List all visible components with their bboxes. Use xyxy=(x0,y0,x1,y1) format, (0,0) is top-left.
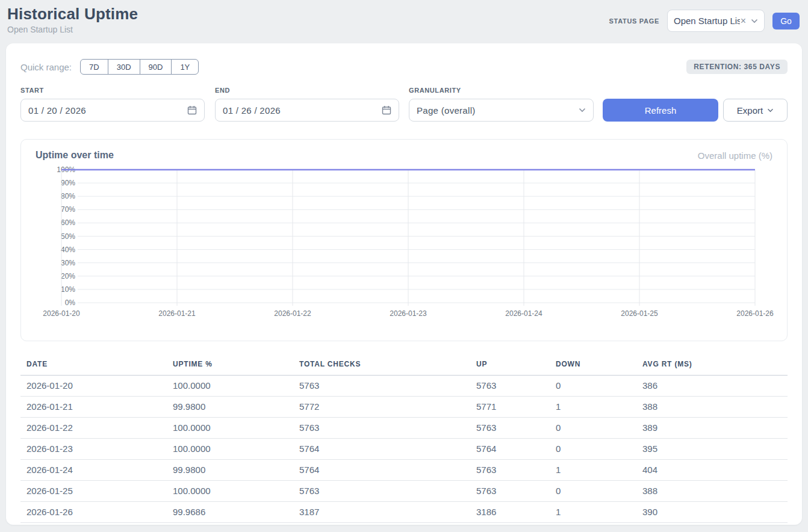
calendar-icon[interactable] xyxy=(187,105,197,115)
refresh-button[interactable]: Refresh xyxy=(603,99,718,122)
table-cell: 5764 xyxy=(293,439,470,460)
table-row: 2026-01-20100.0000576357630386 xyxy=(20,376,788,397)
chevron-down-icon xyxy=(579,108,586,113)
column-header-avg-rt: AVG RT (MS) xyxy=(636,355,788,376)
status-page-selected-value: Open Startup List xyxy=(674,16,740,26)
uptime-table: DATE UPTIME % TOTAL CHECKS UP DOWN AVG R… xyxy=(20,355,788,523)
start-date-value: 01 / 20 / 2026 xyxy=(28,105,187,116)
table-cell: 1 xyxy=(550,502,636,523)
quick-range-button-90d[interactable]: 90D xyxy=(140,59,172,75)
table-cell: 2026-01-26 xyxy=(20,502,167,523)
table-cell: 404 xyxy=(636,460,788,481)
chevron-down-icon xyxy=(767,108,774,113)
end-date-field: END 01 / 26 / 2026 xyxy=(215,87,399,122)
table-cell: 5763 xyxy=(470,481,550,502)
svg-text:2026-01-21: 2026-01-21 xyxy=(158,309,196,318)
quick-range-button-7d[interactable]: 7D xyxy=(80,59,108,75)
column-header-down: DOWN xyxy=(550,355,636,376)
table-row: 2026-01-2199.9800577257711388 xyxy=(20,397,788,418)
go-button[interactable]: Go xyxy=(772,13,800,29)
granularity-select[interactable]: Page (overall) xyxy=(409,99,594,122)
page-subtitle: Open Startup List xyxy=(7,25,73,34)
table-cell: 2026-01-23 xyxy=(20,439,167,460)
chart-legend: Overall uptime (%) xyxy=(698,150,772,161)
table-cell: 0 xyxy=(550,439,636,460)
granularity-selected-value: Page (overall) xyxy=(417,105,579,116)
table-cell: 2026-01-21 xyxy=(20,397,167,418)
clear-selection-icon[interactable]: × xyxy=(741,16,746,26)
table-cell: 5763 xyxy=(470,460,550,481)
svg-text:2026-01-26: 2026-01-26 xyxy=(736,309,774,318)
table-cell: 2026-01-24 xyxy=(20,460,167,481)
end-date-value: 01 / 26 / 2026 xyxy=(223,105,382,116)
svg-text:2026-01-25: 2026-01-25 xyxy=(621,309,658,318)
table-header-row: DATE UPTIME % TOTAL CHECKS UP DOWN AVG R… xyxy=(20,355,788,376)
table-cell: 0 xyxy=(550,376,636,397)
table-cell: 2026-01-25 xyxy=(20,481,167,502)
table-cell: 99.9686 xyxy=(167,502,293,523)
svg-text:80%: 80% xyxy=(61,192,75,200)
start-date-input[interactable]: 01 / 20 / 2026 xyxy=(20,99,205,122)
svg-text:50%: 50% xyxy=(61,232,75,241)
main-panel: Quick range: 7D 30D 90D 1Y RETENTION: 36… xyxy=(6,43,802,525)
table-cell: 5763 xyxy=(293,418,470,439)
svg-text:2026-01-22: 2026-01-22 xyxy=(274,309,311,318)
table-cell: 100.0000 xyxy=(167,481,293,502)
start-date-field: START 01 / 20 / 2026 xyxy=(20,87,205,122)
table-cell: 5764 xyxy=(293,460,470,481)
start-date-label: START xyxy=(20,87,205,94)
table-cell: 388 xyxy=(636,481,788,502)
svg-text:40%: 40% xyxy=(61,246,75,254)
table-cell: 0 xyxy=(550,481,636,502)
export-button-label: Export xyxy=(737,105,763,116)
svg-text:10%: 10% xyxy=(61,285,75,294)
table-cell: 5763 xyxy=(470,418,550,439)
retention-badge: RETENTION: 365 DAYS xyxy=(686,60,788,74)
table-cell: 1 xyxy=(550,397,636,418)
uptime-chart: 0%10%20%30%40%50%60%70%80%90%100%2026-01… xyxy=(21,163,788,321)
toolbar: Quick range: 7D 30D 90D 1Y RETENTION: 36… xyxy=(20,59,788,75)
table-cell: 386 xyxy=(636,376,788,397)
table-cell: 99.9800 xyxy=(167,397,293,418)
table-cell: 100.0000 xyxy=(167,439,293,460)
svg-text:2026-01-24: 2026-01-24 xyxy=(505,309,542,318)
page-title: Historical Uptime xyxy=(7,5,138,23)
table-cell: 0 xyxy=(550,418,636,439)
uptime-table-body: 2026-01-20100.00005763576303862026-01-21… xyxy=(20,376,788,523)
chevron-down-icon xyxy=(751,19,758,23)
table-row: 2026-01-23100.0000576457640395 xyxy=(20,439,788,460)
granularity-field: GRANULARITY Page (overall) xyxy=(409,87,594,122)
table-cell: 3187 xyxy=(293,502,470,523)
table-cell: 99.9800 xyxy=(167,460,293,481)
table-cell: 2026-01-20 xyxy=(20,376,167,397)
end-date-input[interactable]: 01 / 26 / 2026 xyxy=(215,99,399,122)
table-cell: 395 xyxy=(636,439,788,460)
quick-range-button-30d[interactable]: 30D xyxy=(108,59,140,75)
chart-title: Uptime over time xyxy=(36,150,114,161)
quick-range-button-1y[interactable]: 1Y xyxy=(171,59,199,75)
table-cell: 100.0000 xyxy=(167,376,293,397)
table-row: 2026-01-2499.9800576457631404 xyxy=(20,460,788,481)
calendar-icon[interactable] xyxy=(382,105,391,115)
svg-text:60%: 60% xyxy=(61,218,75,227)
export-button[interactable]: Export xyxy=(723,99,788,122)
svg-text:30%: 30% xyxy=(61,259,75,267)
table-cell: 5763 xyxy=(293,376,470,397)
table-cell: 389 xyxy=(636,418,788,439)
quick-range-label: Quick range: xyxy=(20,62,72,72)
table-row: 2026-01-25100.0000576357630388 xyxy=(20,481,788,502)
column-header-date: DATE xyxy=(20,355,167,376)
table-row: 2026-01-2699.9686318731861390 xyxy=(20,502,788,523)
svg-text:0%: 0% xyxy=(65,298,76,307)
table-cell: 5763 xyxy=(293,481,470,502)
svg-text:2026-01-23: 2026-01-23 xyxy=(390,309,427,318)
svg-text:20%: 20% xyxy=(61,272,75,280)
column-header-up: UP xyxy=(470,355,550,376)
table-cell: 2026-01-22 xyxy=(20,418,167,439)
status-page-select[interactable]: Open Startup List × xyxy=(667,10,765,32)
table-cell: 390 xyxy=(636,502,788,523)
svg-text:2026-01-20: 2026-01-20 xyxy=(43,309,80,318)
table-cell: 1 xyxy=(550,460,636,481)
table-cell: 5772 xyxy=(293,397,470,418)
table-cell: 5771 xyxy=(470,397,550,418)
